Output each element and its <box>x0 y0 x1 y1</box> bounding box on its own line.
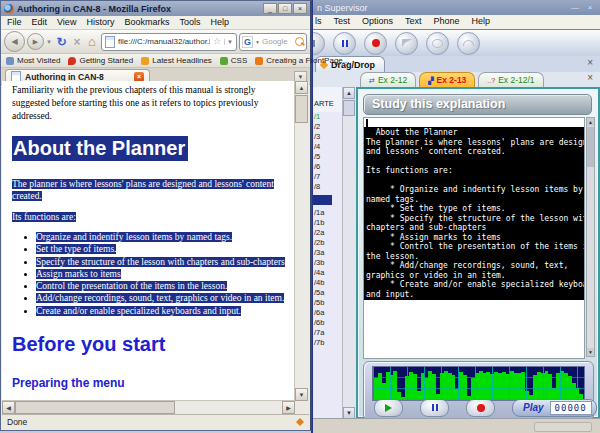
lesson-list-item[interactable]: /4a <box>313 268 342 278</box>
lesson-list-item[interactable]: /7b <box>313 338 342 348</box>
tab-ex-2-13[interactable]: ▞ Ex 2-13 <box>419 72 475 87</box>
lesson-list-item[interactable]: /6b <box>313 318 342 328</box>
lesson-list-item[interactable]: /1 <box>313 112 342 122</box>
scrollbar-thumb[interactable] <box>587 127 594 167</box>
back-button[interactable]: ◀ <box>4 31 25 52</box>
lesson-list-item[interactable]: /8 <box>313 182 342 192</box>
disabled-balloon-button[interactable] <box>426 32 449 55</box>
search-input[interactable]: Google <box>262 37 293 46</box>
firefox-menu-item[interactable]: Edit <box>32 17 48 29</box>
stop-button[interactable]: × <box>71 35 83 49</box>
scroll-down-icon[interactable]: ▼ <box>587 348 594 356</box>
list-scrollbar[interactable]: ▲ ▼ <box>342 87 356 419</box>
close-tab-icon[interactable]: × <box>587 73 593 83</box>
scroll-up-icon[interactable]: ▲ <box>343 87 355 99</box>
reload-button[interactable]: ↻ <box>54 35 69 49</box>
tab-ex-2-12-1[interactable]: ..? Ex 2-12/1 <box>478 72 543 87</box>
lesson-list-item[interactable]: /5a <box>313 288 342 298</box>
scroll-up-icon[interactable]: ▲ <box>295 81 308 94</box>
scrollbar-thumb[interactable] <box>295 95 308 123</box>
bookmark-star-icon[interactable]: ☆ <box>213 37 221 46</box>
lesson-list-item[interactable]: /6a <box>313 308 342 318</box>
lesson-list-item[interactable]: /5b <box>313 298 342 308</box>
vertical-scrollbar[interactable]: ▲ ▼ <box>294 81 309 401</box>
home-button[interactable]: ⌂ <box>85 34 99 49</box>
close-pane-icon[interactable]: × <box>587 58 593 68</box>
firefox-menu-item[interactable]: File <box>7 17 22 29</box>
can8-menu-item[interactable]: Options <box>362 16 393 29</box>
item-text-editor[interactable]: About the Planner The planner is where l… <box>363 117 585 359</box>
bookmark-item[interactable]: Getting Started <box>68 56 133 65</box>
search-engine-dropdown-icon[interactable]: ▼ <box>255 39 260 45</box>
forward-button[interactable]: ▶ <box>27 33 44 50</box>
horizontal-scrollbar[interactable]: ◀ ▶ <box>2 400 295 415</box>
scroll-left-icon[interactable]: ◀ <box>2 401 15 414</box>
can8-window-title: n Supervisor <box>317 3 569 13</box>
lesson-list-item[interactable]: /2 <box>313 122 342 132</box>
bookmark-item[interactable]: CSS <box>220 56 247 65</box>
lesson-list-item[interactable]: /7 <box>313 172 342 182</box>
search-magnifier-icon[interactable] <box>295 37 304 46</box>
close-button[interactable]: × <box>293 3 307 14</box>
lesson-list-item[interactable]: /3b <box>313 258 342 268</box>
editor-caret-line[interactable] <box>364 118 584 127</box>
search-box[interactable]: G ▼ Google <box>239 33 307 51</box>
editor-text[interactable]: About the Planner The planner is where l… <box>364 127 584 300</box>
selected-list-item[interactable] <box>313 195 332 205</box>
maximize-button[interactable]: □ <box>278 3 292 14</box>
disabled-flag-button[interactable] <box>395 32 418 55</box>
bookmark-item[interactable]: Creating a FrontPage... <box>255 56 349 65</box>
scroll-right-icon[interactable]: ▶ <box>282 401 295 414</box>
lesson-list-item[interactable]: /3 <box>313 132 342 142</box>
lesson-list-item[interactable]: /1a <box>313 208 342 218</box>
firefox-menu-item[interactable]: Help <box>210 17 229 29</box>
scroll-down-icon[interactable]: ▼ <box>295 388 308 401</box>
pause-toolbar-button[interactable] <box>333 32 356 55</box>
lesson-list-item[interactable]: /4 <box>313 142 342 152</box>
minimize-button[interactable]: — <box>569 3 581 13</box>
lesson-list-item[interactable]: /6 <box>313 162 342 172</box>
resize-grip[interactable] <box>534 422 592 432</box>
lesson-list-item[interactable]: /7a <box>313 328 342 338</box>
url-dropdown-icon[interactable]: ▼ <box>224 39 233 45</box>
scrollbar-thumb[interactable] <box>343 100 355 116</box>
play-toolbar-button[interactable] <box>313 32 325 55</box>
lesson-list-item[interactable]: /2a <box>313 228 342 238</box>
bookmark-icon <box>220 57 228 65</box>
play-button[interactable] <box>374 399 403 417</box>
selected-text: Control the presentation of the items in… <box>36 281 227 291</box>
status-plugin-icon <box>296 418 304 426</box>
firefox-titlebar[interactable]: Authoring in CAN-8 - Mozilla Firefox _ □… <box>1 1 310 16</box>
scrollbar-thumb[interactable] <box>15 401 175 414</box>
lesson-list-item[interactable]: /3a <box>313 248 342 258</box>
can8-menu-item[interactable]: Text <box>405 16 422 29</box>
record-toolbar-button[interactable] <box>364 32 387 55</box>
can8-menu-item[interactable]: Phone <box>434 16 460 29</box>
can8-toolbar <box>313 30 600 56</box>
pause-button[interactable] <box>420 399 449 417</box>
can8-menu-item[interactable]: ls <box>315 16 322 29</box>
url-bar[interactable]: file:///C:/manual32/author.ht ☆ ▼ <box>101 33 237 51</box>
editor-scrollbar[interactable]: ▲ ▼ <box>586 117 595 357</box>
firefox-menu-item[interactable]: View <box>57 17 76 29</box>
scroll-up-icon[interactable]: ▲ <box>587 118 594 126</box>
bookmark-item[interactable]: Most Visited <box>6 56 60 65</box>
minimize-button[interactable]: _ <box>263 3 277 14</box>
bookmark-item[interactable]: Latest Headlines <box>141 56 212 65</box>
firefox-menu-item[interactable]: History <box>86 17 114 29</box>
can8-menu-item[interactable]: Help <box>472 16 491 29</box>
lesson-list-item[interactable]: /5 <box>313 152 342 162</box>
firefox-menu-item[interactable]: Bookmarks <box>124 17 169 29</box>
history-dropdown-icon[interactable]: ▼ <box>46 39 52 45</box>
lesson-list-item[interactable]: /4b <box>313 278 342 288</box>
can8-menu-item[interactable]: Test <box>334 16 351 29</box>
url-text[interactable]: file:///C:/manual32/author.ht <box>118 37 210 46</box>
record-button[interactable] <box>466 399 495 417</box>
disabled-headset-button[interactable] <box>457 32 480 55</box>
tab-ex-2-12[interactable]: ⇄ Ex 2-12 <box>360 72 416 87</box>
can8-titlebar[interactable]: n Supervisor — × <box>313 0 600 15</box>
firefox-menu-item[interactable]: Tools <box>179 17 200 29</box>
lesson-list-item[interactable]: /1b <box>313 218 342 228</box>
close-button[interactable]: × <box>584 3 596 13</box>
lesson-list-item[interactable]: /2b <box>313 238 342 248</box>
